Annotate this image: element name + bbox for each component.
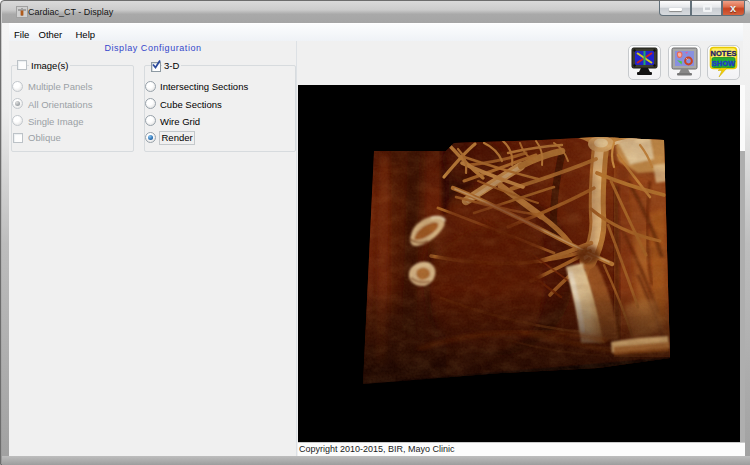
svg-text:SHOW: SHOW [712, 59, 736, 68]
svg-text:NOTES: NOTES [711, 49, 737, 58]
